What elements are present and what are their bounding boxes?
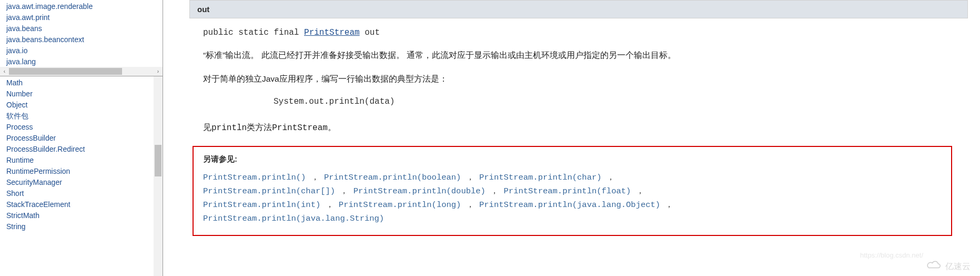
type-link-printstream[interactable]: PrintStream (304, 28, 360, 37)
watermark: https://blog.csdn.net/ 亿速云 (926, 260, 971, 273)
signature-modifiers: public static final (203, 28, 304, 37)
see-also-link[interactable]: PrintStream.println() (203, 173, 306, 182)
vertical-scrollbar[interactable] (154, 76, 163, 276)
example-code: System.out.println(data) (274, 97, 968, 106)
see-also-link[interactable]: PrintStream.println(double) (353, 186, 486, 196)
class-link[interactable]: Number (6, 88, 163, 100)
sidebar: java.awt.image.renderablejava.awt.printj… (0, 0, 163, 276)
see-also-link[interactable]: PrintStream.println(java.lang.String) (203, 214, 384, 223)
description-paragraph-3: 见println类方法PrintStream。 (203, 121, 968, 134)
scroll-right-arrow[interactable]: › (154, 67, 163, 76)
see-also-link[interactable]: PrintStream.println(char) (479, 173, 602, 182)
see-also-link[interactable]: PrintStream.println(boolean) (324, 173, 461, 182)
class-link[interactable]: Math (6, 77, 163, 88)
package-list-pane: java.awt.image.renderablejava.awt.printj… (0, 0, 163, 76)
see-also-link[interactable]: PrintStream.println(java.lang.Object) (479, 200, 660, 210)
package-link[interactable]: java.lang (6, 56, 163, 67)
class-link[interactable]: Short (6, 188, 163, 199)
class-link[interactable]: StackTraceElement (6, 199, 163, 210)
class-link[interactable]: StrictMath (6, 210, 163, 221)
field-signature: public static final PrintStream out (203, 28, 968, 37)
package-link[interactable]: java.beans.beancontext (6, 34, 163, 45)
see-also-list: PrintStream.println() ， PrintStream.prin… (203, 171, 942, 225)
horizontal-scrollbar[interactable]: ‹ › (0, 67, 163, 76)
class-link[interactable]: RuntimePermission (6, 166, 163, 177)
class-link[interactable]: ProcessBuilder.Redirect (6, 144, 163, 155)
main-content: out public static final PrintStream out … (163, 0, 980, 276)
package-link[interactable]: java.awt.image.renderable (6, 1, 163, 12)
scroll-left-arrow[interactable]: ‹ (0, 67, 9, 76)
class-link[interactable]: 软件包 (6, 111, 163, 122)
see-also-link[interactable]: PrintStream.println(char[]) (203, 186, 335, 196)
description-paragraph-2: 对于简单的独立Java应用程序，编写一行输出数据的典型方法是： (203, 73, 968, 85)
class-link[interactable]: String (6, 221, 163, 232)
package-link[interactable]: java.beans (6, 23, 163, 34)
see-also-link[interactable]: PrintStream.println(int) (203, 200, 320, 210)
class-link[interactable]: ProcessBuilder (6, 133, 163, 144)
see-also-title: 另请参见: (203, 154, 942, 164)
class-link[interactable]: Process (6, 122, 163, 133)
field-name-header: out (189, 0, 968, 18)
description-paragraph-1: “标准”输出流。 此流已经打开并准备好接受输出数据。 通常，此流对应于显示输出或… (203, 49, 968, 61)
see-also-section: 另请参见: PrintStream.println() ， PrintStrea… (193, 146, 952, 236)
class-link[interactable]: Object (6, 100, 163, 111)
cloud-icon (926, 260, 942, 273)
see-also-link[interactable]: PrintStream.println(float) (504, 186, 631, 196)
watermark-text: 亿速云 (945, 261, 971, 272)
signature-field-name: out (360, 28, 380, 37)
watermark-url: https://blog.csdn.net/ (860, 251, 923, 259)
package-link[interactable]: java.awt.print (6, 12, 163, 23)
class-list-pane: MathNumberObject软件包ProcessProcessBuilder… (0, 76, 163, 276)
see-also-link[interactable]: PrintStream.println(long) (339, 200, 461, 210)
class-link[interactable]: SecurityManager (6, 177, 163, 188)
class-link[interactable]: Runtime (6, 155, 163, 166)
package-link[interactable]: java.io (6, 45, 163, 56)
